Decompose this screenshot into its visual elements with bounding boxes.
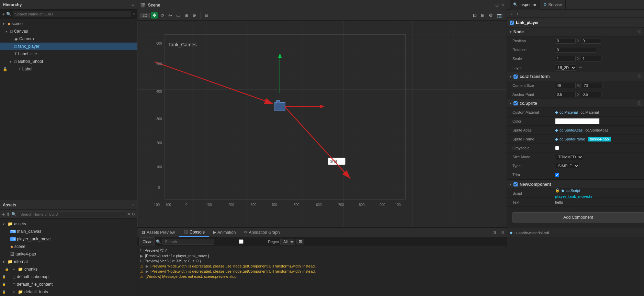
expand-icon-1[interactable]: ▶	[140, 254, 143, 258]
hierarchy-menu-icon[interactable]: ≡	[132, 2, 134, 8]
move-tool-button[interactable]: ✥	[151, 12, 158, 19]
tab-animation-graph[interactable]: ⟳ Animation Graph	[240, 228, 284, 237]
tree-item-main-canvas[interactable]: TS main_canvas	[0, 228, 137, 235]
layer-edit-icon[interactable]: ✏	[579, 65, 582, 70]
sprite-frame-type: cc.SpriteFrame	[560, 137, 585, 141]
aspect-button[interactable]: ⊞	[479, 12, 486, 19]
tree-item-canvas[interactable]: ▾ □ Canvas	[0, 27, 137, 35]
tree-item-player-tank-move[interactable]: TS player_tank_move	[0, 235, 137, 243]
tree-item-internal[interactable]: ▾ 📁 internal	[0, 258, 137, 265]
scene-header-menu-icon[interactable]: ≡	[501, 3, 504, 8]
new-component-section-header[interactable]: ▾ NewComponent	[507, 180, 644, 189]
uitransform-enabled-checkbox[interactable]	[513, 75, 518, 79]
tree-item-tank-player[interactable]: □ tank_player	[0, 43, 137, 50]
uitransform-info[interactable]: ⓘ	[637, 74, 641, 79]
assets-header: Assets ≡	[0, 200, 137, 210]
sprite-enabled-checkbox[interactable]	[513, 101, 518, 105]
type-select[interactable]: SIMPLE	[555, 163, 579, 169]
grayscale-checkbox[interactable]	[555, 146, 559, 150]
sprite-info[interactable]: ⓘ	[637, 101, 641, 106]
hierarchy-sort-icon[interactable]: ≡	[133, 12, 135, 16]
anchor-y-input[interactable]	[581, 92, 601, 97]
hierarchy-title: Hierarchy	[3, 2, 129, 7]
tree-item-scene-asset[interactable]: ◆ scene	[0, 243, 137, 250]
regex-checkbox[interactable]	[215, 239, 267, 244]
uitransform-section-header[interactable]: ▾ cc.UITransform ⓘ	[507, 72, 644, 81]
2d-mode-button[interactable]: 2D	[140, 13, 150, 18]
trim-checkbox[interactable]	[555, 173, 559, 177]
scene-viewport[interactable]: Tank_Games 发射	[137, 21, 507, 227]
tab-assets-preview[interactable]: 🖼 Assets Preview	[137, 228, 179, 237]
assets-add-icon[interactable]: +	[2, 212, 5, 217]
content-size-h-input[interactable]	[582, 83, 602, 88]
tab-console[interactable]: ⬛ Console	[179, 228, 209, 237]
rotate-tool-button[interactable]: ↺	[159, 12, 166, 19]
lock-indicator: 🔒	[3, 67, 8, 71]
expand-icon-3[interactable]: ▶	[146, 264, 148, 269]
tree-item-scene[interactable]: ▾ ◆ scene	[0, 20, 137, 27]
expand-icon-4[interactable]: ▶	[146, 269, 148, 274]
add-component-button[interactable]: Add Component	[512, 212, 644, 223]
assets-menu-icon[interactable]: ≡	[132, 203, 134, 207]
console-icon-btn[interactable]: ⊡	[296, 239, 304, 244]
fullscreen-button[interactable]: ⊡	[472, 12, 478, 19]
tree-item-label[interactable]: T Label 🔒	[0, 65, 137, 73]
gizmo-button[interactable]: ⚙	[487, 12, 494, 19]
size-mode-select[interactable]: TRIMMED	[555, 154, 583, 160]
tree-item-default-cubemap[interactable]: 🔒 ◻ default_cubemap	[0, 273, 137, 281]
nav-back-button[interactable]: ‹	[510, 11, 514, 16]
tree-item-default-fonts[interactable]: 🔒 ▾ 📁 default_fonts	[0, 288, 137, 296]
scene-maximize-icon[interactable]: ⊡	[495, 3, 499, 8]
svg-rect-7	[275, 102, 285, 111]
color-swatch[interactable]	[555, 118, 600, 124]
tree-item-label-title[interactable]: T Label_title	[0, 50, 137, 58]
assets-search-input[interactable]	[18, 211, 126, 217]
tree-item-assets[interactable]: ▾ 📁 assets	[0, 220, 137, 228]
tab-service[interactable]: ⚙ Service	[540, 0, 566, 10]
console-content: ℹ [Preview] 按了 ▶ [Preview] <ref *1> play…	[137, 246, 507, 296]
scale-y-input[interactable]	[581, 56, 601, 61]
tree-item-chunks[interactable]: 🔒 ▾ 📁 chunks	[0, 265, 137, 273]
transform-tool-button[interactable]: ⊞	[183, 12, 190, 19]
node-section-header[interactable]: ▾ Node ⓘ	[507, 27, 644, 36]
nav-forward-button[interactable]: ›	[516, 11, 520, 16]
rect-tool-button[interactable]: ▭	[175, 12, 182, 19]
console-maximize-icon[interactable]: ⊡	[490, 230, 499, 235]
anchor-tool-button[interactable]: ⊕	[191, 12, 197, 19]
assets-refresh-icon[interactable]: ↻	[132, 212, 135, 217]
assets-import-icon[interactable]: ⬆	[6, 212, 10, 217]
position-x-input[interactable]	[555, 38, 576, 44]
sprite-section-header[interactable]: ▾ cc.Sprite ⓘ	[507, 99, 644, 108]
fonts-folder-icon: 📁	[18, 289, 23, 294]
snap-button[interactable]: ⊟	[203, 12, 210, 19]
new-component-checkbox[interactable]	[513, 182, 518, 186]
console-search-input[interactable]	[162, 239, 214, 245]
node-section-info[interactable]: ⓘ	[637, 29, 641, 34]
tree-item-default-file-content[interactable]: 🔒 ◻ default_file_content	[0, 281, 137, 288]
tree-item-button-shoot[interactable]: ▾ □ Button_Shoot	[0, 58, 137, 65]
tab-animation[interactable]: ▶ Animation	[209, 228, 240, 237]
console-search-icon: 🔍	[156, 239, 161, 244]
scale-tool-button[interactable]: ⇔	[167, 12, 173, 19]
anchor-x-input[interactable]	[555, 92, 576, 97]
tree-item-tanke4-pao[interactable]: 🖼 tanke4-pao	[0, 250, 137, 258]
add-node-icon[interactable]: +	[2, 11, 5, 17]
custom-material-type: cc.Material	[560, 110, 578, 114]
anchor-point-label: Anchor Point	[512, 92, 554, 96]
assets-sort-icon[interactable]: ≡	[128, 212, 130, 217]
tree-item-camera[interactable]: ◉ Camera	[0, 35, 137, 43]
regex-label[interactable]: Regex	[215, 239, 279, 244]
rotation-input[interactable]	[555, 47, 596, 53]
layer-select[interactable]: UI_2D	[555, 65, 576, 71]
scale-x-input[interactable]	[555, 56, 576, 61]
node-enabled-checkbox[interactable]	[510, 21, 514, 25]
log-level-select[interactable]: All	[280, 239, 295, 245]
camera-button[interactable]: 📷	[496, 12, 504, 19]
text-display: hello	[555, 200, 563, 204]
content-size-w-input[interactable]	[555, 83, 576, 88]
clear-button[interactable]: Clear	[139, 237, 155, 246]
tab-inspector[interactable]: 🔍 Inspector	[510, 0, 540, 10]
hierarchy-search-input[interactable]	[13, 11, 131, 17]
position-y-input[interactable]	[581, 38, 601, 44]
console-close-icon[interactable]: ≡	[499, 230, 507, 235]
